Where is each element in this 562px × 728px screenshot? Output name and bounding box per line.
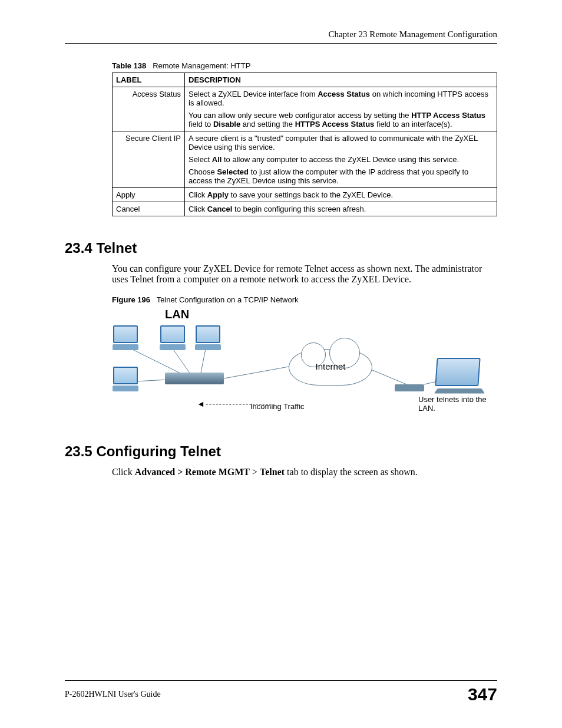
row-access-status-desc: Select a ZyXEL Device interface from Acc… (185, 87, 497, 131)
remote-mgmt-table: LABEL DESCRIPTION Access Status Select a… (112, 73, 497, 216)
header-rule (65, 43, 497, 44)
figure-number: Figure 196 (112, 295, 150, 304)
section-235-body: Click Advanced > Remote MGMT > Telnet ta… (112, 467, 497, 477)
text-bold: HTTP Access Status (411, 111, 485, 120)
figure-title: Telnet Configuration on a TCP/IP Network (157, 295, 299, 304)
text-bold: Selected (217, 167, 248, 176)
computer-icon (112, 367, 139, 391)
page-footer: P-2602HWLNI User's Guide 347 (65, 680, 497, 704)
cloud-icon: Internet (289, 349, 372, 386)
table-row: Apply Click Apply to save your settings … (113, 188, 497, 202)
col-description: DESCRIPTION (185, 73, 497, 87)
footer-guide: P-2602HWLNI User's Guide (65, 690, 161, 699)
modem-icon (395, 384, 424, 391)
table-row: Access Status Select a ZyXEL Device inte… (113, 87, 497, 131)
computer-icon (112, 325, 139, 350)
text-bold: Apply (207, 190, 229, 199)
text: > (250, 467, 260, 477)
table-row: Secure Client IP A secure client is a "t… (113, 131, 497, 188)
text-bold: Access Status (318, 90, 370, 98)
text: Click (189, 190, 207, 199)
text-bold: All (212, 155, 222, 164)
text: Click (189, 205, 207, 213)
text: A secure client is a "trusted" computer … (189, 134, 493, 151)
row-apply-label: Apply (113, 188, 185, 202)
text: field to an interface(s). (374, 120, 452, 129)
text: Select (189, 155, 212, 164)
svg-line-5 (371, 370, 406, 384)
text-bold: Disable (213, 120, 240, 129)
text-bold: HTTPS Access Status (295, 120, 375, 129)
text: field to (189, 120, 213, 129)
table-row: Cancel Click Cancel to begin configuring… (113, 202, 497, 216)
computer-icon (194, 325, 222, 350)
table-number: Table 138 (112, 61, 146, 70)
text: to allow any computer to access the ZyXE… (222, 155, 459, 164)
computer-icon (159, 325, 186, 350)
svg-line-2 (200, 346, 206, 375)
text-bold: Cancel (207, 205, 233, 213)
text: You can allow only secure web configurat… (189, 111, 411, 120)
laptop-icon (436, 358, 483, 394)
col-label: LABEL (113, 73, 185, 87)
table-title: Remote Management: HTTP (153, 61, 250, 70)
row-cancel-label: Cancel (113, 202, 185, 216)
figure-caption: Figure 196 Telnet Configuration on a TCP… (112, 295, 497, 304)
section-234-heading: 23.4 Telnet (65, 240, 497, 256)
router-icon (165, 373, 224, 384)
figure-diagram: LAN Internet ◄--------------------- Inco… (112, 308, 489, 420)
text: Click (112, 467, 135, 477)
page-number: 347 (468, 684, 497, 704)
text-bold: Advanced > Remote MGMT (135, 467, 250, 477)
row-access-status-label: Access Status (113, 87, 185, 131)
text: and setting the (240, 120, 295, 129)
svg-line-1 (171, 346, 191, 375)
text: to begin configuring this screen afresh. (232, 205, 366, 213)
row-cancel-desc: Click Cancel to begin configuring this s… (185, 202, 497, 216)
chapter-header: Chapter 23 Remote Management Configurati… (65, 29, 497, 39)
internet-label: Internet (316, 361, 346, 371)
text: Select a ZyXEL Device interface from (189, 90, 318, 98)
row-secure-client-label: Secure Client IP (113, 131, 185, 188)
lan-label: LAN (165, 308, 189, 321)
table-header-row: LABEL DESCRIPTION (113, 73, 497, 87)
section-234-body: You can configure your ZyXEL Device for … (112, 263, 497, 285)
user-telnets-label: User telnets into the LAN. (418, 395, 495, 413)
svg-line-3 (135, 380, 168, 381)
row-secure-client-desc: A secure client is a "trusted" computer … (185, 131, 497, 188)
section-235-heading: 23.5 Configuring Telnet (65, 443, 497, 460)
table-caption: Table 138 Remote Management: HTTP (112, 61, 497, 70)
svg-line-4 (224, 367, 289, 378)
text: to save your settings back to the ZyXEL … (229, 190, 393, 199)
row-apply-desc: Click Apply to save your settings back t… (185, 188, 497, 202)
text: Choose (189, 167, 217, 176)
text: tab to display the screen as shown. (285, 467, 418, 477)
text-bold: Telnet (260, 467, 285, 477)
incoming-traffic-label: Incoming Traffic (250, 402, 305, 411)
